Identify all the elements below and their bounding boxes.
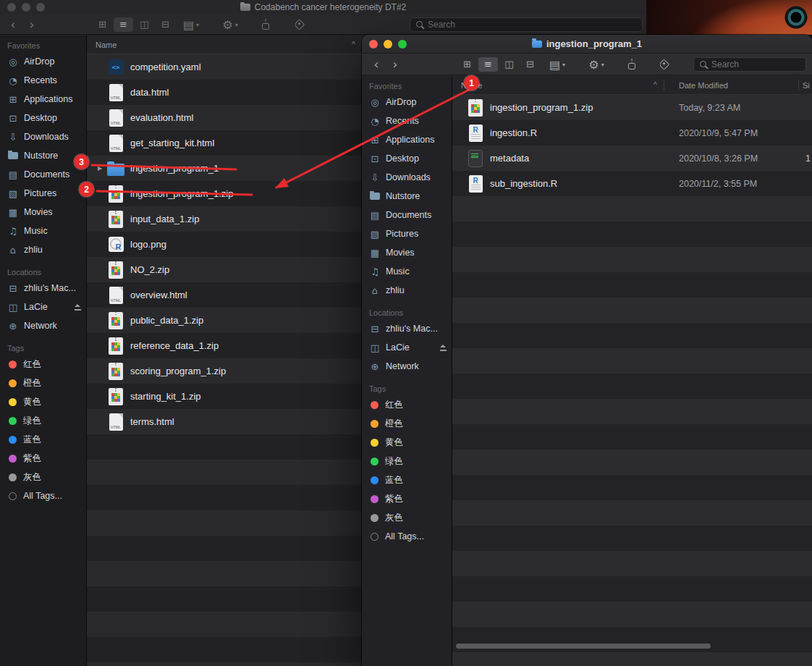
gallery-view-button[interactable]: ⊟ (156, 17, 175, 32)
sidebar-item-nutstore[interactable]: Nutstore (362, 187, 452, 206)
sidebar-tag-blue[interactable]: 蓝色 (0, 430, 86, 449)
column-view-button[interactable]: ◫ (135, 17, 154, 32)
file-row[interactable]: sub_ingestion.R 2020/11/2, 3:55 PM (452, 171, 812, 196)
sidebar-item-applications[interactable]: ⊞Applications (0, 90, 86, 109)
zip-file-icon (468, 99, 483, 117)
documents-icon: ▤ (369, 211, 381, 220)
file-row[interactable]: metadata 2020/10/8, 3:26 PM 1 (452, 146, 812, 171)
file-name: ingestion_program_1 (130, 163, 219, 174)
sidebar-item-mac[interactable]: ⊟zhliu's Mac... (362, 319, 452, 338)
sidebar-item-movies[interactable]: ▦Movies (0, 203, 86, 222)
search-input[interactable] (711, 59, 800, 69)
tag-button[interactable] (288, 20, 310, 28)
close-button[interactable] (369, 40, 378, 49)
sidebar-tag-green[interactable]: 绿色 (0, 411, 86, 430)
sidebar-item-music[interactable]: ♫Music (362, 262, 452, 281)
search-field[interactable] (693, 57, 806, 72)
sidebar-tag-red[interactable]: 红色 (362, 395, 452, 414)
file-row[interactable]: ingestion.R 2020/10/9, 5:47 PM (452, 120, 812, 146)
action-gear-button[interactable]: ⚙▾ (582, 57, 611, 71)
sidebar-tag-yellow[interactable]: 黄色 (362, 433, 452, 452)
file-name: metadata (490, 153, 529, 164)
search-input[interactable] (428, 20, 637, 30)
sidebar-item-lacie[interactable]: ◫LaCie (0, 298, 86, 316)
name-column-header[interactable]: Name (461, 81, 482, 90)
sidebar-tag-red[interactable]: 红色 (0, 355, 86, 374)
zoom-button[interactable] (36, 3, 45, 12)
sidebar-item-documents[interactable]: ▤Documents (0, 165, 86, 184)
sidebar-item-recents[interactable]: ◔Recents (362, 111, 452, 130)
file-row[interactable]: ingestion_program_1.zip Today, 9:23 AM (452, 95, 812, 120)
sidebar-item-mac[interactable]: ⊟zhliu's Mac... (0, 279, 86, 298)
sidebar-item-downloads[interactable]: ⇩Downloads (0, 127, 86, 146)
sidebar-item-downloads[interactable]: ⇩Downloads (362, 168, 452, 187)
pictures-icon: ▧ (369, 229, 381, 239)
share-button[interactable] (621, 59, 643, 70)
icon-view-button[interactable]: ⊞ (93, 17, 112, 32)
sidebar-item-applications[interactable]: ⊞Applications (362, 130, 452, 149)
sidebar-item-desktop[interactable]: ⊡Desktop (362, 149, 452, 168)
search-field[interactable] (410, 17, 643, 32)
minimize-button[interactable] (384, 40, 392, 49)
sidebar-item-airdrop[interactable]: ◎AirDrop (362, 93, 452, 111)
sidebar-all-tags[interactable]: All Tags... (362, 527, 452, 546)
date-modified-column-header[interactable]: Date Modified (679, 81, 728, 90)
sidebar-item-pictures[interactable]: ▧Pictures (0, 184, 86, 203)
sidebar-tag-purple[interactable]: 紫色 (0, 449, 86, 468)
purple-tag-icon (371, 495, 378, 503)
sidebar-item-documents[interactable]: ▤Documents (362, 206, 452, 224)
sidebar-item-desktop[interactable]: ⊡Desktop (0, 109, 86, 127)
view-mode-segment: ⊞ ≡ ◫ ⊟ (457, 57, 540, 72)
sidebar-tag-orange[interactable]: 橙色 (0, 374, 86, 392)
sidebar-item-music[interactable]: ♫Music (0, 222, 86, 240)
r-file-icon (469, 175, 483, 193)
sidebar-tag-green[interactable]: 绿色 (362, 452, 452, 471)
bg-window-titlebar[interactable]: Codabench cancer heterogeneity DT#2 (0, 0, 646, 14)
sidebar-item-home[interactable]: ⌂zhliu (362, 281, 452, 300)
forward-button[interactable]: › (386, 56, 404, 72)
front-window-titlebar[interactable]: ingestion_program_1 (362, 35, 812, 54)
eject-icon[interactable] (439, 345, 447, 351)
red-tag-icon (371, 401, 378, 409)
name-column-header[interactable]: Name (96, 41, 117, 49)
sidebar-item-pictures[interactable]: ▧Pictures (362, 224, 452, 243)
list-view-button[interactable]: ≡ (114, 17, 133, 32)
sidebar-tag-blue[interactable]: 蓝色 (362, 471, 452, 489)
back-button[interactable]: ‹ (368, 56, 385, 72)
list-view-button[interactable]: ≡ (478, 57, 498, 72)
size-column-header[interactable]: Si (803, 81, 810, 90)
zoom-button[interactable] (398, 40, 407, 49)
sidebar-tag-purple[interactable]: 紫色 (362, 489, 452, 508)
group-button[interactable]: ▤▾ (178, 17, 204, 31)
sidebar-tag-yellow[interactable]: 黄色 (0, 392, 86, 411)
sidebar-item-recents[interactable]: ◔Recents (0, 71, 86, 90)
close-button[interactable] (7, 3, 16, 12)
group-button[interactable]: ▤▾ (544, 57, 570, 71)
gallery-view-button[interactable]: ⊟ (520, 57, 540, 72)
sidebar-item-movies[interactable]: ▦Movies (362, 243, 452, 262)
icon-view-button[interactable]: ⊞ (457, 57, 477, 72)
sidebar-item-airdrop[interactable]: ◎AirDrop (0, 52, 86, 71)
file-date: 2020/11/2, 3:55 PM (679, 179, 757, 189)
sidebar-item-network[interactable]: ⊕Network (362, 357, 452, 376)
sidebar-tag-gray[interactable]: 灰色 (362, 508, 452, 527)
eject-icon[interactable] (74, 304, 82, 311)
disclosure-triangle-icon[interactable]: ▶ (94, 165, 106, 172)
sidebar-item-lacie[interactable]: ◫LaCie (362, 338, 452, 357)
sidebar-section-tags: Tags (0, 344, 86, 355)
forward-button[interactable]: › (23, 17, 41, 33)
sidebar-item-nutstore[interactable]: Nutstore (0, 146, 86, 165)
sidebar-tag-orange[interactable]: 橙色 (362, 414, 452, 433)
sidebar-item-home[interactable]: ⌂zhliu (0, 240, 86, 259)
share-button[interactable] (255, 19, 276, 30)
sidebar-tag-gray[interactable]: 灰色 (0, 468, 86, 486)
minimize-button[interactable] (22, 3, 30, 12)
tag-button[interactable] (653, 60, 674, 68)
zip-file-icon (109, 312, 123, 329)
horizontal-scrollbar[interactable] (456, 644, 711, 649)
column-view-button[interactable]: ◫ (499, 57, 519, 72)
back-button[interactable]: ‹ (4, 17, 22, 33)
sidebar-all-tags[interactable]: All Tags... (0, 486, 86, 505)
action-gear-button[interactable]: ⚙▾ (216, 17, 245, 31)
sidebar-item-network[interactable]: ⊕Network (0, 316, 86, 335)
